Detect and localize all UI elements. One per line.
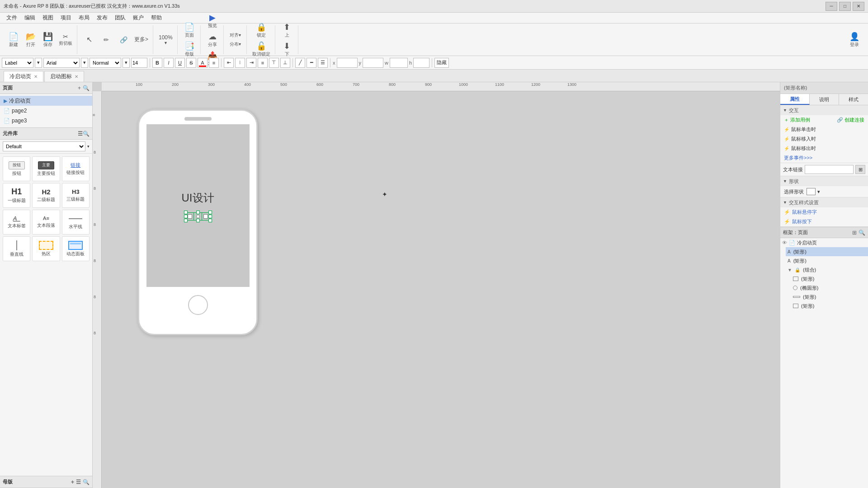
strikethrough-button[interactable]: S [186,58,196,68]
line2-btn[interactable]: ━ [307,58,316,68]
valign-mid-btn[interactable]: ⊥ [280,58,290,68]
valign-top-btn[interactable]: ⊤ [269,58,279,68]
hover-style-link[interactable]: 鼠标悬停字 [792,209,817,216]
save-button[interactable]: 💾保存 [40,31,56,49]
menu-team[interactable]: 团队 [111,13,129,23]
phone-home-button[interactable] [188,295,208,315]
italic-button[interactable]: I [164,58,174,68]
more-tools[interactable]: 更多> [132,34,150,45]
pages-search-btn[interactable]: 🔍 [83,85,90,91]
widget-h3[interactable]: H3 三级标题 [62,183,90,208]
master-tool[interactable]: 📑母版 [181,40,198,58]
underline-button[interactable]: U [175,58,185,68]
draw-tool[interactable]: ✏ [98,34,114,45]
widget-search-btn[interactable]: 🔍 [83,131,90,137]
menu-file[interactable]: 文件 [3,13,21,23]
w-input[interactable]: 57 [390,58,408,68]
widget-link-button[interactable]: 链接 链接按钮 [62,156,90,181]
masters-add-btn[interactable]: + [71,479,74,485]
bold-button[interactable]: B [152,58,162,68]
preview-button[interactable]: ▶预览 [204,12,221,30]
text-link-btn[interactable]: ⊞ [855,165,865,174]
order-down-button[interactable]: ⬇下 [279,40,295,58]
widget-vertical-line[interactable]: 垂直线 [3,236,30,261]
maximize-button[interactable]: □ [839,2,851,11]
interaction-style-header[interactable]: ▼ 交互样式设置 [780,197,868,207]
align-right-btn[interactable]: ⇥ [246,58,256,68]
page-tool[interactable]: 📄页面 [181,21,198,39]
page-item-page3[interactable]: 📄 page3 [0,116,92,126]
minimize-button[interactable]: ─ [826,2,837,11]
layer-rect-5[interactable]: (矩形) [791,301,868,310]
font-arrow[interactable]: ▾ [81,58,88,68]
h-input[interactable]: 16 [413,58,429,68]
widget-dynamic-panel[interactable]: 动态面板 [62,236,90,261]
font-color-button[interactable]: A [198,58,208,68]
masters-menu-btn[interactable]: ☰ [76,479,81,485]
zoom-select[interactable]: 100% ▼ [157,33,175,46]
font-size-input[interactable] [131,58,147,68]
layer-group-expand[interactable]: ▼ [788,267,792,272]
widget-button[interactable]: 按钮 按钮 [3,156,30,181]
share-button[interactable]: ☁分享 [204,31,221,49]
tab-cold-start[interactable]: 冷启动页 ✕ [4,71,43,82]
style-arrow[interactable]: ▾ [123,58,130,68]
page-item-cold-start[interactable]: ▶ 冷启动页 [0,96,92,106]
widget-h2[interactable]: H2 二级标题 [32,183,60,208]
account-button[interactable]: 👤登录 [846,31,863,49]
text-link-input[interactable] [805,165,854,174]
create-link-button[interactable]: 🔗 创建连接 [837,117,864,123]
close-button[interactable]: ✕ [853,2,864,11]
more-events-button[interactable]: 更多事件>>> [780,153,868,163]
widget-filter-arrow[interactable]: ▾ [87,144,90,149]
lock-button[interactable]: 🔒锁定 [253,21,269,39]
tab-close-launch-icon[interactable]: ✕ [75,74,78,79]
layer-ellipse[interactable]: (椭圆形) [791,283,868,292]
shape-dropdown-arrow[interactable]: ▾ [817,189,820,195]
add-case-button[interactable]: ＋ 添加用例 [784,117,810,123]
layer-rect-1[interactable]: A (矩形) [786,247,868,256]
order-up-button[interactable]: ⬆上 [279,21,295,39]
new-button[interactable]: 📄新建 [5,31,22,49]
widget-text-paragraph[interactable]: A≡ 文本段落 [32,210,60,235]
tab-properties[interactable]: 属性 [780,94,810,105]
font-select[interactable]: Arial [43,58,80,68]
menu-project[interactable]: 项目 [57,13,75,23]
style-select[interactable]: Normal [90,58,121,68]
masters-search-btn[interactable]: 🔍 [83,479,90,485]
align-justify-btn[interactable]: ≡ [258,58,268,68]
tab-launch-icon[interactable]: 启动图标 ✕ [44,71,84,82]
layer-rect-4[interactable]: (矩形) [791,292,868,301]
more-fmt[interactable]: ≡ [209,58,219,68]
align-left-btn[interactable]: ⇤ [224,58,234,68]
widget-horizontal-line[interactable]: 水平线 [62,210,90,235]
y-input[interactable]: 246 [363,58,383,68]
open-button[interactable]: 📂打开 [23,31,39,49]
clipboard-button[interactable]: ✂剪切板 [57,31,74,49]
distribute-button[interactable]: 分布▾ [227,40,244,48]
press-style-link[interactable]: 鼠标按下 [792,218,812,225]
bullet-btn[interactable]: ☰ [318,58,328,68]
hide-button[interactable]: 隐藏 [434,58,449,68]
menu-account[interactable]: 账户 [129,13,147,23]
menu-publish[interactable]: 发布 [93,13,111,23]
shape-header[interactable]: ▼ 形状 [780,176,868,186]
layer-rect-2[interactable]: A (矩形) [786,256,868,265]
line-btn[interactable]: ╱ [295,58,305,68]
canvas[interactable]: UI设计 [102,91,780,479]
selected-widget-container[interactable] [186,212,210,221]
canvas-area[interactable]: 100 200 300 400 500 600 700 800 900 1000… [93,82,780,488]
tab-notes[interactable]: 说明 [810,94,839,105]
label-type-select[interactable]: Label [2,58,33,68]
pages-add-btn[interactable]: + [78,85,81,91]
menu-edit[interactable]: 编辑 [21,13,39,23]
menu-view[interactable]: 视图 [39,13,57,23]
label-type-arrow[interactable]: ▾ [35,58,42,68]
menu-help[interactable]: 帮助 [147,13,165,23]
menu-layout[interactable]: 布局 [75,13,93,23]
align-center-btn[interactable]: ⁝ [235,58,245,68]
shape-selector[interactable]: ▾ [807,188,820,195]
align-button[interactable]: 对齐▾ [227,31,244,39]
widget-hotspot[interactable]: 热区 [32,236,60,261]
layer-page-root[interactable]: 👁 📄 冷启动页 [780,238,868,247]
